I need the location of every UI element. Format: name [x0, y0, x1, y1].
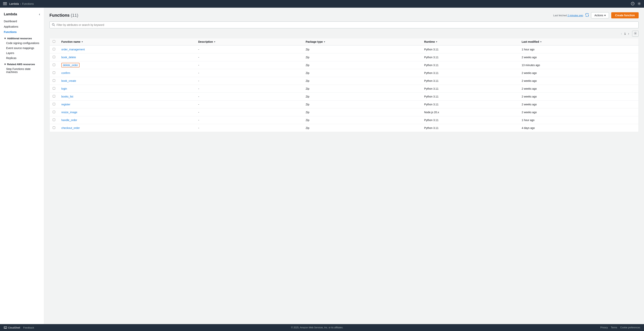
svg-point-5 — [639, 3, 640, 4]
footer-cookie-link[interactable]: Cookie preferences — [620, 326, 640, 329]
function-name-link[interactable]: resize_image — [61, 111, 77, 114]
sidebar-item-dashboard[interactable]: Dashboard — [0, 18, 44, 24]
help-icon[interactable]: ? — [631, 2, 634, 6]
row-last-modified: 2 weeks ago — [519, 77, 638, 85]
sidebar-item-layers[interactable]: Layers — [0, 50, 44, 55]
refresh-button[interactable] — [585, 13, 589, 18]
svg-rect-2 — [3, 4, 7, 5]
row-checkbox[interactable] — [53, 87, 55, 90]
search-input[interactable] — [56, 23, 636, 26]
sidebar-item-applications[interactable]: Applications — [0, 24, 44, 29]
row-checkbox[interactable] — [53, 95, 55, 97]
pagination-current: 1 — [624, 32, 626, 35]
sidebar-item-event-source[interactable]: Event source mappings — [0, 45, 44, 50]
row-checkbox[interactable] — [53, 126, 55, 129]
footer-terms-link[interactable]: Terms — [611, 326, 617, 329]
svg-line-7 — [54, 25, 55, 26]
row-checkbox[interactable] — [53, 119, 55, 121]
function-name-link[interactable]: checkout_order — [61, 126, 80, 129]
row-checkbox[interactable] — [53, 56, 55, 58]
cloudshell-label: CloudShell — [8, 326, 20, 329]
function-name-link[interactable]: book_delete — [61, 56, 76, 59]
function-name-link[interactable]: handle_order — [61, 119, 77, 122]
feedback-button[interactable]: Feedback — [23, 326, 34, 329]
row-checkbox-cell — [50, 116, 58, 124]
row-runtime: Python 3.11 — [421, 116, 519, 124]
sidebar-item-step-functions[interactable]: Step Functions state machines — [0, 66, 44, 74]
row-description: - — [195, 124, 303, 132]
table-settings-button[interactable] — [632, 31, 639, 36]
row-function-name: handle_order — [58, 116, 195, 124]
function-name-link[interactable]: register — [61, 103, 70, 106]
col-last-modified: Last modified ▾ — [519, 38, 638, 45]
row-checkbox-cell — [50, 61, 58, 69]
col-description: Description ▾ — [195, 38, 303, 45]
hamburger-icon[interactable] — [3, 2, 7, 6]
function-name-link[interactable]: book_create — [61, 79, 76, 82]
sidebar-item-functions[interactable]: Functions — [0, 29, 44, 35]
sidebar-section-related-label: Related AWS resources — [7, 63, 35, 66]
sort-desc-icon[interactable]: ▾ — [214, 41, 215, 43]
row-package-type: Zip — [303, 61, 421, 69]
row-checkbox[interactable] — [53, 103, 55, 105]
sidebar-item-code-signing[interactable]: Code signing configurations — [0, 41, 44, 45]
table-row: book_delete - Zip Python 3.11 2 weeks ag… — [50, 53, 638, 61]
row-last-modified: 2 weeks ago — [519, 101, 638, 108]
page-title-text: Functions — [50, 13, 70, 18]
page-header: Functions (11) Last fetched 2 minutes ag… — [50, 12, 639, 18]
sort-pkg-icon[interactable]: ▾ — [324, 41, 325, 43]
row-runtime: Python 3.11 — [421, 124, 519, 132]
function-name-link[interactable]: confirm — [61, 71, 70, 74]
row-runtime: Python 3.11 — [421, 93, 519, 101]
function-name-link[interactable]: login — [61, 87, 67, 90]
create-function-button[interactable]: Create function — [611, 12, 639, 18]
select-all-checkbox[interactable] — [53, 40, 55, 43]
sidebar-section-arrow: ▼ — [4, 37, 6, 40]
sidebar-section-related-arrow: ▼ — [4, 63, 6, 66]
function-name-link[interactable]: books_list — [61, 95, 73, 98]
row-checkbox-cell — [50, 108, 58, 116]
row-checkbox[interactable] — [53, 71, 55, 74]
sidebar-item-replicas[interactable]: Replicas — [0, 55, 44, 60]
footer: CloudShell Feedback © 2025, Amazon Web S… — [0, 324, 644, 331]
row-function-name: checkout_order — [58, 124, 195, 132]
row-function-name: confirm — [58, 69, 195, 77]
row-function-name: books_list — [58, 93, 195, 101]
row-last-modified: 1 hour ago — [519, 45, 638, 53]
row-checkbox[interactable] — [53, 64, 55, 66]
row-last-modified: 2 weeks ago — [519, 93, 638, 101]
row-description: - — [195, 69, 303, 77]
row-description: - — [195, 77, 303, 85]
footer-privacy-link[interactable]: Privacy — [600, 326, 608, 329]
sidebar-section-additional[interactable]: ▼ Additional resources — [0, 35, 44, 41]
function-name-link[interactable]: delete_order — [61, 63, 80, 67]
function-name-link[interactable]: order_management — [61, 48, 85, 51]
actions-label: Actions — [594, 14, 603, 17]
row-checkbox[interactable] — [53, 79, 55, 82]
breadcrumb-lambda[interactable]: Lambda — [9, 2, 19, 5]
last-fetched-label: Last fetched 2 minutes ago — [553, 14, 583, 17]
sort-runtime-icon[interactable]: ▾ — [436, 41, 437, 43]
settings-icon[interactable] — [638, 2, 641, 6]
footer-left: CloudShell Feedback — [4, 326, 34, 329]
row-description: - — [195, 116, 303, 124]
sidebar-section-related[interactable]: ▼ Related AWS resources — [0, 60, 44, 66]
last-fetched-time[interactable]: 2 minutes ago — [568, 14, 583, 17]
row-checkbox[interactable] — [53, 48, 55, 50]
pagination-next-button[interactable]: › — [626, 31, 630, 36]
pagination-prev-button[interactable]: ‹ — [620, 31, 624, 36]
row-function-name: delete_order — [58, 61, 195, 69]
cloudshell-button[interactable]: CloudShell — [4, 326, 20, 329]
sort-fn-icon[interactable]: ▾ — [82, 41, 83, 43]
svg-point-8 — [635, 33, 636, 34]
svg-rect-1 — [3, 3, 7, 4]
actions-button[interactable]: Actions ▾ — [591, 12, 609, 18]
row-checkbox-cell — [50, 85, 58, 93]
row-checkbox[interactable] — [53, 111, 55, 113]
row-function-name: book_delete — [58, 53, 195, 61]
row-description: - — [195, 108, 303, 116]
row-package-type: Zip — [303, 116, 421, 124]
sidebar-collapse-btn[interactable]: ‹ — [39, 12, 40, 16]
sort-modified-icon[interactable]: ▾ — [540, 41, 542, 43]
row-function-name: resize_image — [58, 108, 195, 116]
